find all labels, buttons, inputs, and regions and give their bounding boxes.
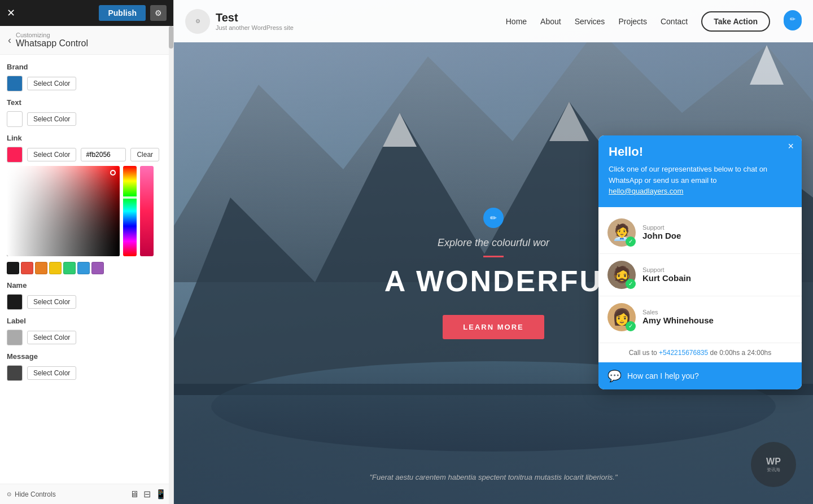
- chat-footer: Call us to +5422156768​35 de 0:00hs a 24…: [598, 343, 802, 362]
- amy-name: Amy Whinehouse: [642, 315, 714, 325]
- link-color-row: Select Color Clear: [7, 147, 167, 163]
- preset-red[interactable]: [21, 262, 33, 274]
- hero-cta-button[interactable]: LEARN MORE: [443, 315, 544, 339]
- hero-subtitle: Explore the colourful wor: [438, 237, 549, 249]
- gradient-picker[interactable]: [7, 166, 120, 256]
- link-color-swatch[interactable]: [7, 147, 23, 163]
- preset-green[interactable]: [63, 262, 76, 274]
- preset-orange[interactable]: [35, 262, 47, 274]
- link-hex-input[interactable]: [81, 148, 126, 161]
- chat-desc-text: Click one of our representatives below t…: [609, 165, 767, 185]
- hide-controls-toggle[interactable]: ⊙ Hide Controls: [7, 490, 56, 498]
- name-color-swatch[interactable]: [7, 294, 23, 310]
- text-label: Text: [7, 98, 167, 107]
- preset-swatches-row: [7, 262, 167, 274]
- mobile-button[interactable]: 📱: [155, 489, 167, 499]
- kurt-name: Kurt Cobain: [642, 273, 691, 283]
- message-select-color-button[interactable]: Select Color: [27, 366, 76, 380]
- name-select-color-button[interactable]: Select Color: [27, 295, 76, 309]
- breadcrumb: ‹ Customizing Whatsapp Control: [0, 26, 173, 55]
- amy-avatar-wrap: 👩 ✓: [607, 303, 636, 331]
- site-logo-text: Test: [216, 11, 294, 24]
- desktop-button[interactable]: 🖥: [130, 489, 139, 499]
- amy-role: Sales: [642, 309, 714, 315]
- john-role: Support: [642, 224, 681, 231]
- hero-divider: [483, 256, 504, 257]
- amy-whatsapp-badge: ✓: [626, 321, 636, 331]
- hero-edit-icon[interactable]: ✏: [483, 208, 504, 228]
- nav-projects[interactable]: Projects: [618, 17, 647, 26]
- john-info: Support John Doe: [642, 224, 681, 240]
- label-color-swatch[interactable]: [7, 330, 23, 345]
- nav-about[interactable]: About: [540, 17, 561, 26]
- hue-slider[interactable]: [123, 166, 137, 256]
- link-select-color-button[interactable]: Select Color: [27, 148, 76, 161]
- logo-text-group: Test Just another WordPress site: [216, 11, 294, 31]
- hue-cursor: [123, 196, 137, 199]
- site-logo-sub: Just another WordPress site: [216, 24, 294, 31]
- scroll-thumb[interactable]: [169, 26, 173, 49]
- john-avatar-wrap: 🧑‍💼 ✓: [607, 218, 636, 247]
- footer-phone[interactable]: +5422156768​35: [659, 349, 708, 357]
- label-select-color-button[interactable]: Select Color: [27, 331, 76, 344]
- chat-header: × Hello! Click one of our representative…: [598, 135, 802, 207]
- label-color-row: Select Color: [7, 330, 167, 345]
- chat-widget: × Hello! Click one of our representative…: [598, 135, 802, 389]
- nav-links: Home About Services Projects Contact Tak…: [506, 11, 802, 32]
- footer-hours: de 0:00hs a 24:00hs: [710, 349, 772, 357]
- preset-yellow[interactable]: [49, 262, 62, 274]
- chat-close-button[interactable]: ×: [788, 141, 794, 151]
- preset-black[interactable]: [7, 262, 19, 274]
- text-select-color-button[interactable]: Select Color: [27, 112, 76, 126]
- kurt-role: Support: [642, 266, 691, 273]
- hero-quote: "Fuerat aestu carentem habentia spectent…: [369, 473, 617, 481]
- chat-bottom-bar[interactable]: 💬 How can I help you?: [598, 362, 802, 389]
- panel-title: Whatsapp Control: [16, 38, 88, 49]
- logo-area: ⚙ Test Just another WordPress site: [185, 9, 294, 34]
- chat-email[interactable]: hello@quadlayers.com: [609, 187, 683, 195]
- tablet-button[interactable]: ⊟: [143, 489, 151, 499]
- name-color-row: Select Color: [7, 294, 167, 310]
- close-button[interactable]: ✕: [7, 8, 15, 18]
- scroll-indicator: [169, 26, 173, 504]
- nav-action-button[interactable]: Take Action: [701, 11, 770, 32]
- text-color-row: Select Color: [7, 111, 167, 127]
- text-color-swatch[interactable]: [7, 111, 23, 127]
- settings-button[interactable]: ⚙: [150, 5, 167, 21]
- kurt-info: Support Kurt Cobain: [642, 266, 691, 283]
- message-color-swatch[interactable]: [7, 365, 23, 381]
- agent-row-amy[interactable]: 👩 ✓ Sales Amy Whinehouse: [598, 296, 802, 338]
- whatsapp-bottom-icon: 💬: [607, 369, 622, 383]
- preview-area: ⚙ Test Just another WordPress site Home …: [174, 0, 813, 504]
- wp-sub-text: 资讯海: [767, 467, 780, 473]
- message-color-row: Select Color: [7, 365, 167, 381]
- app-root: ✕ Publish ⚙ ‹ Customizing Whatsapp Contr…: [0, 0, 813, 504]
- back-button[interactable]: ‹: [8, 34, 11, 46]
- agent-row-john[interactable]: 🧑‍💼 ✓ Support John Doe: [598, 212, 802, 254]
- alpha-slider[interactable]: [140, 166, 154, 256]
- customizer-panel: ✕ Publish ⚙ ‹ Customizing Whatsapp Contr…: [0, 0, 174, 504]
- top-bar: ✕ Publish ⚙: [0, 0, 173, 26]
- name-label: Name: [7, 281, 167, 290]
- hide-controls-label: Hide Controls: [15, 490, 56, 498]
- header-edit-icon[interactable]: ✏: [784, 10, 802, 28]
- kurt-avatar-wrap: 🧔 ✓: [607, 261, 636, 289]
- nav-services[interactable]: Services: [575, 17, 605, 26]
- brand-select-color-button[interactable]: Select Color: [27, 77, 76, 90]
- nav-home[interactable]: Home: [506, 17, 527, 26]
- link-label: Link: [7, 134, 167, 142]
- message-label: Message: [7, 352, 167, 361]
- agent-row-kurt[interactable]: 🧔 ✓ Support Kurt Cobain: [598, 254, 802, 296]
- john-name: John Doe: [642, 231, 681, 240]
- hero-title: A WONDERFU: [384, 264, 602, 298]
- amy-info: Sales Amy Whinehouse: [642, 309, 714, 325]
- bottom-bar: ⊙ Hide Controls 🖥 ⊟ 📱: [0, 484, 173, 504]
- eye-icon: ⊙: [7, 491, 11, 497]
- controls-area: Brand Select Color Text Select Color Lin…: [0, 55, 173, 484]
- nav-contact[interactable]: Contact: [661, 17, 688, 26]
- publish-button[interactable]: Publish: [99, 5, 146, 21]
- preset-purple[interactable]: [91, 262, 104, 274]
- preset-blue[interactable]: [77, 262, 90, 274]
- link-clear-button[interactable]: Clear: [130, 148, 159, 161]
- brand-color-swatch[interactable]: [7, 76, 23, 91]
